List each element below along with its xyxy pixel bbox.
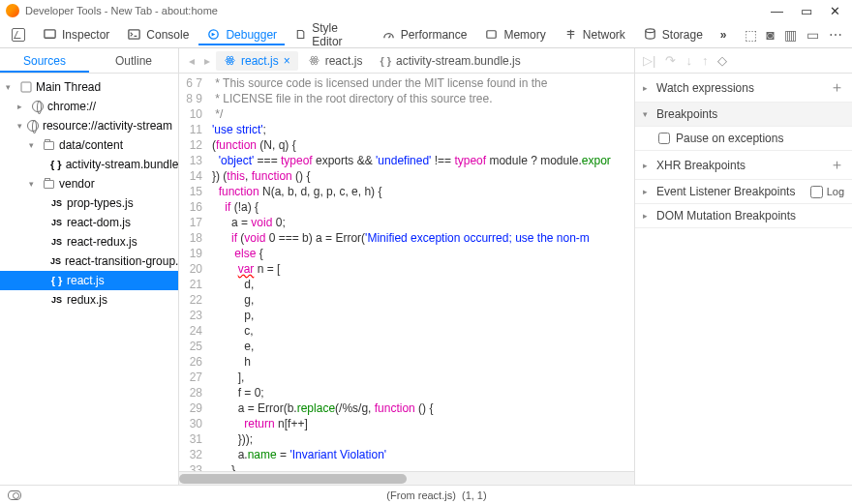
svg-rect-0 (45, 30, 55, 38)
go-back-button[interactable]: ◂ (185, 54, 198, 68)
chrome-node[interactable]: ▸chrome:// (0, 97, 178, 116)
resume-button[interactable]: ▷| (643, 53, 655, 68)
data-content-folder[interactable]: ▾data/content (0, 135, 178, 155)
close-tab-icon[interactable]: × (284, 54, 290, 68)
go-forward-button[interactable]: ▸ (200, 54, 214, 68)
window-title: Developer Tools - New Tab - about:home (25, 5, 218, 16)
code-editor[interactable]: 6 7 8 9 10 11 12 13 14 15 16 17 18 19 20… (179, 74, 634, 485)
tabs-overflow-button[interactable]: » (713, 24, 735, 45)
dock-bottom-icon[interactable]: ▭ (806, 27, 819, 43)
responsive-mode-icon[interactable]: ⬚ (745, 27, 757, 43)
file-redux[interactable]: JSredux.js (0, 290, 178, 310)
svg-point-10 (313, 59, 315, 61)
outline-tab[interactable]: Outline (89, 48, 178, 73)
status-bar: (From react.js) (1, 1) (0, 485, 852, 504)
debugger-sidebar: ▷| ↷ ↓ ↑ ◇ ▸Watch expressions＋ ▾Breakpoi… (634, 48, 852, 485)
svg-point-6 (228, 59, 230, 61)
code-content[interactable]: * This source code is licensed under the… (208, 74, 634, 485)
svg-rect-5 (21, 82, 31, 92)
tab-network[interactable]: Network (556, 23, 633, 45)
debug-controls: ▷| ↷ ↓ ↑ ◇ (635, 48, 852, 74)
eye-icon[interactable] (8, 490, 21, 500)
add-watch-icon[interactable]: ＋ (830, 78, 844, 97)
dom-mutation-section[interactable]: ▸DOM Mutation Breakpoints (635, 204, 852, 228)
tab-style-editor[interactable]: Style Editor (287, 17, 372, 52)
tab-console[interactable]: Console (119, 23, 197, 45)
line-gutter: 6 7 8 9 10 11 12 13 14 15 16 17 18 19 20… (179, 74, 208, 485)
status-from-label: (From react.js) (1, 1) (29, 489, 844, 501)
svg-rect-1 (129, 30, 139, 39)
sources-tab[interactable]: Sources (0, 48, 89, 73)
editor-tab-bundle[interactable]: { } activity-stream.bundle.js (372, 51, 528, 71)
firefox-icon (6, 4, 19, 17)
react-icon (308, 54, 320, 67)
screenshot-icon[interactable]: ◙ (767, 27, 775, 43)
svg-rect-3 (487, 31, 496, 39)
tab-storage[interactable]: Storage (635, 23, 711, 45)
sources-panel: Sources Outline ▾Main Thread ▸chrome:// … (0, 48, 179, 485)
pause-on-exceptions-toggle[interactable]: Pause on exceptions (635, 127, 852, 151)
file-prop-types[interactable]: JSprop-types.js (0, 193, 178, 213)
sources-tree: ▾Main Thread ▸chrome:// ▾resource://acti… (0, 74, 178, 485)
add-xhr-icon[interactable]: ＋ (830, 156, 844, 174)
file-react-dom[interactable]: JSreact-dom.js (0, 213, 178, 232)
tab-performance[interactable]: Performance (374, 23, 475, 45)
dock-side-icon[interactable]: ▥ (784, 27, 797, 43)
event-breakpoints-section[interactable]: ▸Event Listener BreakpointsLog (635, 180, 852, 204)
window-titlebar: Developer Tools - New Tab - about:home —… (0, 0, 852, 21)
file-react-redux[interactable]: JSreact-redux.js (0, 232, 178, 252)
minimize-button[interactable]: — (771, 4, 783, 18)
watch-expressions-section[interactable]: ▸Watch expressions＋ (635, 74, 852, 103)
deactivate-breakpoints-button[interactable]: ◇ (717, 53, 727, 68)
resource-node[interactable]: ▾resource://activity-stream (0, 116, 178, 135)
step-over-button[interactable]: ↷ (665, 53, 676, 68)
editor-tab-strip: ◂ ▸ react.js × react.js { } activity-str… (179, 48, 634, 74)
horizontal-scrollbar[interactable] (179, 471, 634, 485)
close-button[interactable]: ✕ (830, 4, 840, 18)
tab-debugger[interactable]: Debugger (198, 23, 285, 45)
react-icon (224, 54, 236, 67)
brace-icon: { } (380, 55, 391, 67)
vendor-folder[interactable]: ▾vendor (0, 174, 178, 193)
step-out-button[interactable]: ↑ (702, 53, 709, 68)
devtools-toolbar: Inspector Console Debugger Style Editor … (0, 21, 852, 48)
main-thread-node[interactable]: ▾Main Thread (0, 77, 178, 97)
breakpoints-section[interactable]: ▾Breakpoints (635, 103, 852, 127)
tab-memory[interactable]: Memory (476, 23, 553, 45)
log-checkbox[interactable] (810, 186, 823, 198)
tab-inspector[interactable]: Inspector (35, 23, 117, 45)
step-in-button[interactable]: ↓ (685, 53, 692, 68)
more-icon[interactable]: ⋯ (829, 27, 842, 43)
pause-exceptions-checkbox[interactable] (658, 133, 670, 144)
maximize-button[interactable]: ▭ (801, 4, 812, 18)
bundle-file[interactable]: { }activity-stream.bundle.js (0, 155, 178, 174)
editor-tab-react-active[interactable]: react.js × (216, 51, 298, 71)
element-picker-button[interactable] (4, 24, 33, 45)
file-react-active[interactable]: { }react.js (0, 271, 178, 290)
editor-tab-react-2[interactable]: react.js (300, 51, 371, 71)
xhr-breakpoints-section[interactable]: ▸XHR Breakpoints＋ (635, 151, 852, 180)
editor-panel: ◂ ▸ react.js × react.js { } activity-str… (179, 48, 634, 485)
svg-point-4 (646, 29, 654, 33)
file-react-transition[interactable]: JSreact-transition-group.js (0, 252, 178, 271)
